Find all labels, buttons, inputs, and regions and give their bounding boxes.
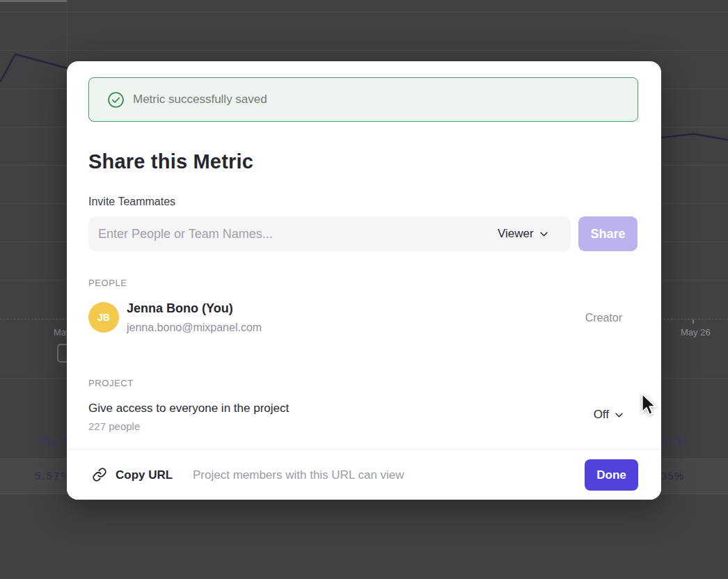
role-dropdown-value: Viewer [498, 227, 534, 241]
project-access-value: Off [594, 408, 609, 422]
project-access-dropdown[interactable]: Off [594, 408, 623, 422]
chevron-down-icon [615, 413, 623, 418]
person-name: Jenna Bono (You) [127, 301, 233, 316]
role-dropdown[interactable]: Viewer [498, 216, 548, 251]
person-role: Creator [585, 312, 622, 324]
project-access-title: Give access to everyone in the project [88, 402, 289, 415]
success-check-icon [107, 91, 125, 109]
avatar: JB [88, 302, 119, 333]
toast-message: Metric successfully saved [133, 93, 267, 106]
table-header-left: May 5 [38, 435, 68, 447]
people-section-label: PEOPLE [88, 278, 127, 288]
x-axis-label-left: May [54, 327, 67, 338]
share-metric-modal: Metric successfully saved Share this Met… [67, 61, 661, 500]
copy-url-hint: Project members with this URL can view [193, 468, 404, 482]
project-people-count: 227 people [88, 420, 140, 432]
share-button[interactable]: Share [578, 216, 638, 251]
project-section-label: PROJECT [88, 378, 134, 388]
x-axis-label-right: May 26 [681, 327, 711, 338]
success-toast: Metric successfully saved [88, 77, 638, 122]
link-icon [92, 467, 107, 482]
table-value-left: 5.57% [35, 470, 72, 482]
chevron-down-icon [540, 232, 548, 237]
done-button[interactable]: Done [585, 459, 638, 491]
person-email: jenna.bono@mixpanel.com [127, 322, 262, 334]
copy-url-button[interactable]: Copy URL [116, 468, 173, 482]
table-value-right: 35% [661, 470, 684, 482]
mouse-cursor [640, 393, 660, 418]
modal-title: Share this Metric [88, 150, 253, 173]
invite-teammates-label: Invite Teammates [88, 196, 175, 208]
modal-footer: Copy URL Project members with this URL c… [67, 449, 661, 500]
